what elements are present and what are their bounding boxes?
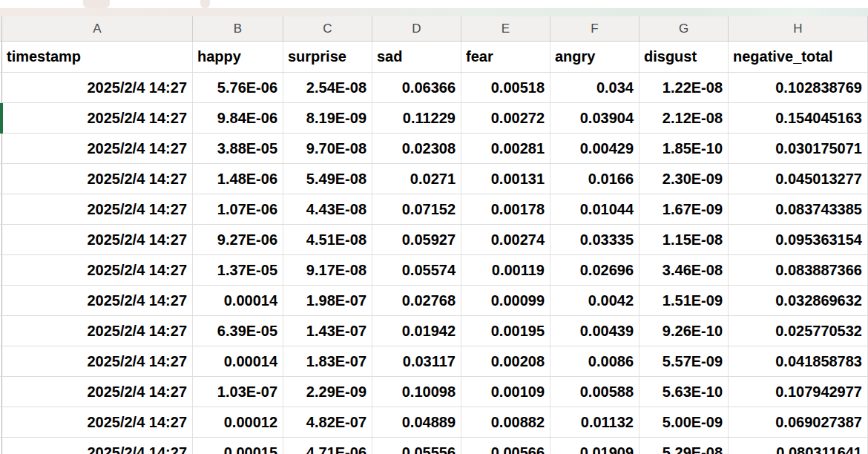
cell[interactable]: 3.88E-05 bbox=[193, 134, 283, 163]
cell[interactable]: 0.05556 bbox=[372, 438, 461, 454]
cell[interactable]: 2025/2/4 14:27 bbox=[2, 194, 193, 224]
cell[interactable]: 1.51E-09 bbox=[640, 286, 729, 315]
cell[interactable]: 0.069027387 bbox=[729, 407, 868, 437]
cell[interactable]: 5.29E-08 bbox=[640, 438, 729, 454]
cell[interactable]: 2025/2/4 14:27 bbox=[2, 73, 193, 102]
cell[interactable]: 0.00588 bbox=[550, 377, 640, 407]
column-header-b[interactable]: B bbox=[193, 16, 283, 41]
column-header-d[interactable]: D bbox=[372, 16, 461, 41]
cell[interactable]: 9.17E-08 bbox=[283, 255, 372, 285]
cell[interactable]: 0.01132 bbox=[550, 407, 640, 437]
cell[interactable]: 2.12E-08 bbox=[640, 103, 729, 133]
cell[interactable]: 0.00178 bbox=[461, 194, 550, 224]
column-header-a[interactable]: A bbox=[2, 16, 193, 41]
cell[interactable]: 6.39E-05 bbox=[193, 316, 283, 346]
cell[interactable]: 0.00119 bbox=[461, 255, 550, 285]
cell[interactable]: 2025/2/4 14:27 bbox=[2, 134, 193, 163]
cell[interactable]: 2.29E-09 bbox=[283, 377, 372, 407]
cell[interactable]: 0.00109 bbox=[461, 377, 550, 407]
cell[interactable]: 5.76E-06 bbox=[193, 73, 283, 102]
cell[interactable]: 0.0166 bbox=[550, 164, 640, 194]
cell[interactable]: 0.00195 bbox=[461, 316, 550, 346]
cell[interactable]: 0.00439 bbox=[550, 316, 640, 346]
cell[interactable]: 0.00099 bbox=[461, 286, 550, 315]
cell[interactable]: 0.00014 bbox=[193, 286, 283, 315]
field-header-angry[interactable]: angry bbox=[550, 42, 640, 72]
field-header-sad[interactable]: sad bbox=[372, 42, 461, 72]
cell[interactable]: 1.67E-09 bbox=[640, 194, 729, 224]
cell[interactable]: 0.02768 bbox=[372, 286, 461, 315]
cell[interactable]: 2025/2/4 14:27 bbox=[2, 407, 193, 437]
cell[interactable]: 0.03117 bbox=[372, 346, 461, 376]
cell[interactable]: 2025/2/4 14:27 bbox=[2, 103, 193, 133]
cell[interactable]: 1.15E-08 bbox=[640, 225, 729, 254]
cell[interactable]: 1.43E-07 bbox=[283, 316, 372, 346]
cell[interactable]: 0.025770532 bbox=[729, 316, 868, 346]
cell[interactable]: 0.00208 bbox=[461, 346, 550, 376]
cell[interactable]: 5.63E-10 bbox=[640, 377, 729, 407]
cell[interactable]: 0.030175071 bbox=[729, 134, 868, 163]
browser-tab-strip[interactable] bbox=[0, 0, 868, 8]
cell[interactable]: 0.01909 bbox=[550, 438, 640, 454]
cell[interactable]: 0.10098 bbox=[372, 377, 461, 407]
cell[interactable]: 0.01942 bbox=[372, 316, 461, 346]
cell[interactable]: 4.51E-08 bbox=[283, 225, 372, 254]
cell[interactable]: 1.22E-08 bbox=[640, 73, 729, 102]
cell[interactable]: 0.03904 bbox=[550, 103, 640, 133]
cell[interactable]: 5.00E-09 bbox=[640, 407, 729, 437]
cell[interactable]: 1.83E-07 bbox=[283, 346, 372, 376]
cell[interactable]: 1.85E-10 bbox=[640, 134, 729, 163]
cell[interactable]: 2025/2/4 14:27 bbox=[2, 286, 193, 315]
cell[interactable]: 9.27E-06 bbox=[193, 225, 283, 254]
cell[interactable]: 0.102838769 bbox=[729, 73, 868, 102]
cell[interactable]: 1.07E-06 bbox=[193, 194, 283, 224]
field-header-surprise[interactable]: surprise bbox=[283, 42, 372, 72]
cell[interactable]: 5.57E-09 bbox=[640, 346, 729, 376]
cell[interactable]: 0.041858783 bbox=[729, 346, 868, 376]
cell[interactable]: 0.0086 bbox=[550, 346, 640, 376]
cell[interactable]: 0.05574 bbox=[372, 255, 461, 285]
cell[interactable]: 0.05927 bbox=[372, 225, 461, 254]
column-header-e[interactable]: E bbox=[461, 16, 550, 41]
cell[interactable]: 3.46E-08 bbox=[640, 255, 729, 285]
cell[interactable]: 0.04889 bbox=[372, 407, 461, 437]
cell[interactable]: 2025/2/4 14:27 bbox=[2, 377, 193, 407]
cell[interactable]: 1.98E-07 bbox=[283, 286, 372, 315]
cell[interactable]: 2025/2/4 14:27 bbox=[2, 255, 193, 285]
cell[interactable]: 0.00014 bbox=[193, 346, 283, 376]
cell[interactable]: 2025/2/4 14:27 bbox=[2, 164, 193, 194]
cell[interactable]: 0.06366 bbox=[372, 73, 461, 102]
cell[interactable]: 0.00566 bbox=[461, 438, 550, 454]
cell[interactable]: 0.083887366 bbox=[729, 255, 868, 285]
field-header-negative-total[interactable]: negative_total bbox=[729, 42, 868, 72]
column-header-h[interactable]: H bbox=[729, 16, 868, 41]
cell[interactable]: 0.00281 bbox=[461, 134, 550, 163]
cell[interactable]: 0.00429 bbox=[550, 134, 640, 163]
cell[interactable]: 2.54E-08 bbox=[283, 73, 372, 102]
cell[interactable]: 0.107942977 bbox=[729, 377, 868, 407]
cell[interactable]: 9.84E-06 bbox=[193, 103, 283, 133]
cell[interactable]: 0.0271 bbox=[372, 164, 461, 194]
cell[interactable]: 9.70E-08 bbox=[283, 134, 372, 163]
cell[interactable]: 0.00012 bbox=[193, 407, 283, 437]
cell[interactable]: 0.11229 bbox=[372, 103, 461, 133]
field-header-fear[interactable]: fear bbox=[461, 42, 550, 72]
cell[interactable]: 4.43E-08 bbox=[283, 194, 372, 224]
cell[interactable]: 0.07152 bbox=[372, 194, 461, 224]
column-header-c[interactable]: C bbox=[283, 16, 372, 41]
field-header-disgust[interactable]: disgust bbox=[640, 42, 729, 72]
field-header-timestamp[interactable]: timestamp bbox=[2, 42, 193, 72]
cell[interactable]: 0.154045163 bbox=[729, 103, 868, 133]
cell[interactable]: 0.032869632 bbox=[729, 286, 868, 315]
cell[interactable]: 0.01044 bbox=[550, 194, 640, 224]
cell[interactable]: 1.48E-06 bbox=[193, 164, 283, 194]
cell[interactable]: 4.82E-07 bbox=[283, 407, 372, 437]
cell[interactable]: 0.00131 bbox=[461, 164, 550, 194]
cell[interactable]: 0.00274 bbox=[461, 225, 550, 254]
cell[interactable]: 2025/2/4 14:27 bbox=[2, 346, 193, 376]
cell[interactable]: 0.02696 bbox=[550, 255, 640, 285]
column-header-g[interactable]: G bbox=[640, 16, 729, 41]
cell[interactable]: 0.00272 bbox=[461, 103, 550, 133]
cell[interactable]: 8.19E-09 bbox=[283, 103, 372, 133]
cell[interactable]: 0.045013277 bbox=[729, 164, 868, 194]
